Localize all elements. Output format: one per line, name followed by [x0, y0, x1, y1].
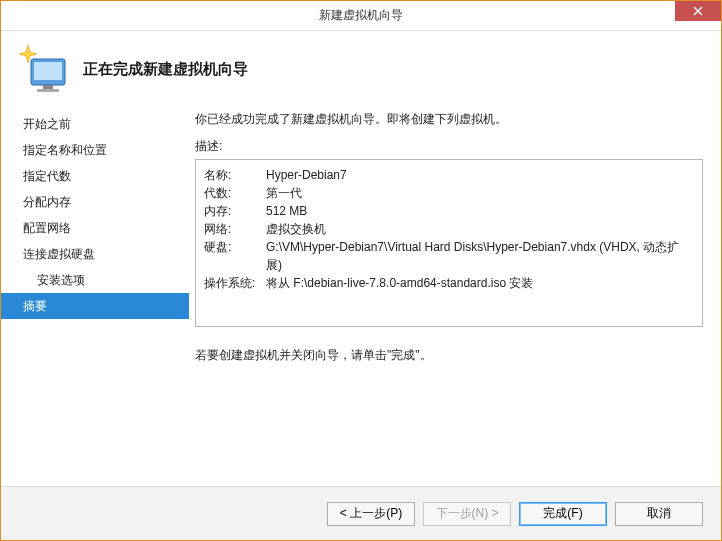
description-value: G:\VM\Hyper-Debian7\Virtual Hard Disks\H… [266, 238, 694, 274]
sidebar-step-item[interactable]: 安装选项 [1, 267, 189, 293]
wizard-window: 新建虚拟机向导 正在完成新建虚拟机向导 开始 [0, 0, 722, 541]
close-icon [693, 6, 703, 16]
sidebar-step-item[interactable]: 指定名称和位置 [1, 137, 189, 163]
description-box: 名称:Hyper-Debian7代数:第一代内存:512 MB网络:虚拟交换机硬… [195, 159, 703, 327]
sidebar-step-item[interactable]: 配置网络 [1, 215, 189, 241]
description-key: 硬盘: [204, 238, 266, 274]
summary-footnote: 若要创建虚拟机并关闭向导，请单击"完成"。 [195, 347, 703, 364]
description-value: 第一代 [266, 184, 302, 202]
description-value: 将从 F:\debian-live-7.8.0-amd64-standard.i… [266, 274, 533, 292]
sidebar-step-item[interactable]: 指定代数 [1, 163, 189, 189]
cancel-button[interactable]: 取消 [615, 502, 703, 526]
description-row: 代数:第一代 [204, 184, 694, 202]
wizard-icon [19, 45, 67, 93]
sidebar-step-label: 配置网络 [23, 221, 71, 235]
description-key: 网络: [204, 220, 266, 238]
description-row: 硬盘:G:\VM\Hyper-Debian7\Virtual Hard Disk… [204, 238, 694, 274]
sidebar-step-item[interactable]: 连接虚拟硬盘 [1, 241, 189, 267]
close-button[interactable] [675, 1, 721, 21]
description-key: 名称: [204, 166, 266, 184]
description-value: 虚拟交换机 [266, 220, 326, 238]
sidebar-step-label: 连接虚拟硬盘 [23, 247, 95, 261]
sidebar-step-item[interactable]: 分配内存 [1, 189, 189, 215]
finish-button[interactable]: 完成(F) [519, 502, 607, 526]
summary-intro: 你已经成功完成了新建虚拟机向导。即将创建下列虚拟机。 [195, 111, 703, 128]
sidebar-step-item[interactable]: 摘要 [1, 293, 189, 319]
description-row: 网络:虚拟交换机 [204, 220, 694, 238]
wizard-content: 你已经成功完成了新建虚拟机向导。即将创建下列虚拟机。 描述: 名称:Hyper-… [189, 111, 721, 486]
wizard-header: 正在完成新建虚拟机向导 [1, 31, 721, 111]
previous-button[interactable]: < 上一步(P) [327, 502, 415, 526]
sidebar-step-label: 摘要 [23, 299, 47, 313]
description-row: 操作系统:将从 F:\debian-live-7.8.0-amd64-stand… [204, 274, 694, 292]
wizard-heading: 正在完成新建虚拟机向导 [83, 60, 248, 79]
description-value: 512 MB [266, 202, 307, 220]
window-title: 新建虚拟机向导 [1, 7, 721, 24]
description-key: 内存: [204, 202, 266, 220]
wizard-body: 开始之前指定名称和位置指定代数分配内存配置网络连接虚拟硬盘安装选项摘要 你已经成… [1, 111, 721, 486]
sidebar-step-label: 分配内存 [23, 195, 71, 209]
description-row: 名称:Hyper-Debian7 [204, 166, 694, 184]
sidebar-step-label: 指定名称和位置 [23, 143, 107, 157]
sidebar-step-label: 指定代数 [23, 169, 71, 183]
description-label: 描述: [195, 138, 703, 155]
wizard-footer: < 上一步(P) 下一步(N) > 完成(F) 取消 [1, 486, 721, 540]
svg-rect-3 [34, 62, 62, 80]
description-value: Hyper-Debian7 [266, 166, 347, 184]
svg-rect-4 [43, 85, 53, 89]
description-key: 代数: [204, 184, 266, 202]
titlebar: 新建虚拟机向导 [1, 1, 721, 31]
svg-rect-5 [37, 89, 59, 92]
sidebar-step-item[interactable]: 开始之前 [1, 111, 189, 137]
sidebar-step-label: 安装选项 [37, 273, 85, 287]
description-key: 操作系统: [204, 274, 266, 292]
sidebar-step-label: 开始之前 [23, 117, 71, 131]
wizard-steps-sidebar: 开始之前指定名称和位置指定代数分配内存配置网络连接虚拟硬盘安装选项摘要 [1, 111, 189, 486]
next-button: 下一步(N) > [423, 502, 511, 526]
description-row: 内存:512 MB [204, 202, 694, 220]
